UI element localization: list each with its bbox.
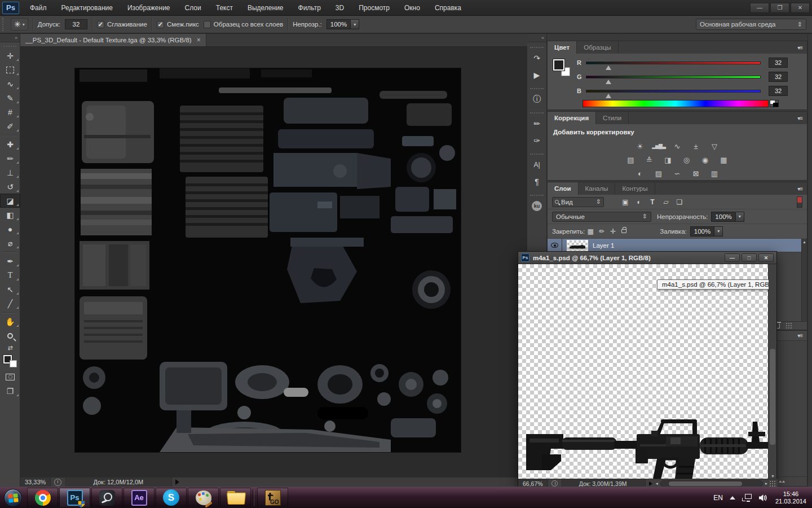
dodge-tool[interactable]: ⌀ bbox=[0, 236, 20, 250]
taskbar-paint-button[interactable] bbox=[188, 488, 219, 507]
foreground-background-swatches[interactable] bbox=[0, 353, 20, 370]
tab-channels[interactable]: Каналы bbox=[579, 182, 616, 195]
layer-filter-type-dropdown[interactable]: Вид ⇕ bbox=[552, 197, 604, 207]
hand-tool[interactable]: ✋ bbox=[0, 314, 20, 329]
blue-slider[interactable] bbox=[586, 90, 761, 93]
lasso-tool[interactable]: ∿ bbox=[0, 77, 20, 91]
invert-icon[interactable]: ◐ bbox=[633, 168, 647, 178]
menu-window[interactable]: Окно bbox=[397, 0, 427, 16]
panel-grip[interactable] bbox=[530, 85, 544, 89]
eyedropper-tool[interactable]: ✐ bbox=[0, 119, 20, 133]
tool-preset-picker[interactable]: ✳ ▾ bbox=[11, 18, 28, 30]
blue-value-field[interactable]: 32 bbox=[769, 86, 788, 96]
healing-brush-tool[interactable]: ✚ bbox=[0, 137, 20, 151]
panel-grip[interactable] bbox=[530, 151, 544, 155]
background-color-swatch[interactable] bbox=[10, 360, 17, 367]
red-slider[interactable] bbox=[586, 62, 761, 64]
taskbar-steam-button[interactable] bbox=[91, 488, 122, 507]
panel-grip[interactable] bbox=[530, 110, 544, 113]
brush-tool[interactable]: ✏ bbox=[0, 151, 20, 165]
start-button[interactable] bbox=[0, 487, 26, 508]
levels-icon[interactable]: ▂▅▇▃ bbox=[652, 141, 665, 151]
visibility-cell[interactable] bbox=[548, 239, 562, 252]
network-icon[interactable] bbox=[742, 494, 752, 502]
contiguous-checkbox[interactable]: ✓ Смеж.пикс bbox=[157, 21, 199, 28]
taskbar-after-effects-button[interactable]: Ae bbox=[123, 488, 155, 507]
tab-paths[interactable]: Контуры bbox=[615, 182, 655, 195]
floating-window-titlebar[interactable]: Ps m4a1_s.psd @ 66,7% (Layer 1, RGB/8) —… bbox=[518, 252, 776, 264]
taskbar-photoshop-button[interactable]: Ps bbox=[59, 488, 90, 507]
minimize-button[interactable]: — bbox=[750, 3, 769, 13]
type-tool[interactable]: T bbox=[0, 268, 20, 282]
sample-all-layers-checkbox[interactable]: Образец со всех слоев bbox=[204, 21, 283, 28]
zoom-tool[interactable] bbox=[0, 329, 20, 343]
tab-swatches[interactable]: Образцы bbox=[577, 41, 618, 54]
panel-grip[interactable] bbox=[530, 192, 544, 196]
panel-menu-icon[interactable]: ▾≡ bbox=[793, 115, 807, 121]
menu-filter[interactable]: Фильтр bbox=[291, 0, 328, 16]
filter-pixel-layers-icon[interactable]: ▣ bbox=[619, 198, 632, 206]
exposure-icon[interactable]: ± bbox=[689, 141, 703, 151]
channel-mixer-icon[interactable]: ◉ bbox=[699, 155, 712, 165]
document-tab[interactable]: __PS_3D_Default - Default Texture.tga @ … bbox=[20, 34, 206, 46]
zoom-level-field[interactable]: 33,33% bbox=[20, 478, 51, 487]
menu-help[interactable]: Справка bbox=[427, 0, 469, 16]
show-hidden-icons-button[interactable] bbox=[730, 496, 735, 500]
resize-grip-icon[interactable] bbox=[769, 480, 776, 487]
toolbar-grip[interactable] bbox=[3, 43, 16, 47]
color-balance-icon[interactable]: ≙ bbox=[643, 155, 656, 165]
menu-file[interactable]: Файл bbox=[23, 0, 54, 16]
curves-icon[interactable]: ∿ bbox=[670, 141, 684, 151]
line-tool[interactable]: ╱ bbox=[0, 296, 20, 310]
history-panel-icon[interactable]: ↷ bbox=[527, 50, 546, 67]
photo-filter-icon[interactable]: ◎ bbox=[680, 155, 694, 165]
close-button[interactable]: ✕ bbox=[758, 253, 774, 262]
paragraph-panel-icon[interactable]: ¶ bbox=[527, 173, 546, 190]
layers-scrollbar[interactable]: ▲ bbox=[801, 239, 807, 321]
brush-presets-panel-icon[interactable]: ✏ bbox=[527, 115, 546, 132]
eraser-tool-selected[interactable]: ◪ bbox=[0, 194, 20, 208]
taskbar-explorer-button[interactable] bbox=[220, 488, 251, 507]
lock-pixels-icon[interactable]: ✏ bbox=[596, 227, 607, 235]
move-tool[interactable]: ✛ bbox=[0, 49, 20, 63]
panel-grip[interactable] bbox=[530, 44, 544, 48]
threshold-icon[interactable]: ∽ bbox=[670, 168, 684, 178]
speaker-icon[interactable] bbox=[758, 494, 769, 502]
vibrance-icon[interactable]: ▽ bbox=[708, 141, 721, 151]
color-lookup-icon[interactable]: ▦ bbox=[717, 155, 731, 165]
scroll-down-icon[interactable]: ▼ bbox=[769, 474, 777, 478]
quick-selection-tool[interactable]: ✎ bbox=[0, 91, 20, 105]
fill-dropdown[interactable]: 100% ▾ bbox=[690, 226, 723, 237]
hue-saturation-icon[interactable]: ▤ bbox=[624, 155, 638, 165]
menu-view[interactable]: Просмотр bbox=[351, 0, 397, 16]
menu-type[interactable]: Текст bbox=[209, 0, 240, 16]
brightness-contrast-icon[interactable]: ☀ bbox=[633, 141, 647, 151]
restore-button[interactable]: ❐ bbox=[770, 3, 789, 13]
crop-tool[interactable]: # bbox=[0, 105, 20, 119]
actions-panel-icon[interactable]: ▶ bbox=[527, 67, 546, 84]
scrollbar-thumb[interactable] bbox=[669, 481, 742, 486]
language-indicator[interactable]: EN bbox=[713, 494, 723, 502]
brush-panel-icon[interactable]: ✑ bbox=[527, 132, 546, 149]
slider-thumb[interactable] bbox=[606, 80, 611, 84]
menu-edit[interactable]: Редактирование bbox=[54, 0, 120, 16]
taskbar-clock[interactable]: 15:46 21.03.2014 bbox=[775, 491, 806, 505]
quick-mask-button[interactable] bbox=[0, 370, 20, 384]
taskbar-chrome-button[interactable] bbox=[27, 488, 58, 507]
pen-tool[interactable]: ✒ bbox=[0, 254, 20, 268]
tab-styles[interactable]: Стили bbox=[596, 112, 629, 124]
color-spectrum-bar[interactable] bbox=[582, 100, 769, 107]
swap-colors-button[interactable]: ⇄ bbox=[0, 343, 20, 353]
history-brush-tool[interactable]: ↺ bbox=[0, 179, 20, 194]
clone-stamp-tool[interactable]: ⊥ bbox=[0, 165, 20, 179]
tab-color[interactable]: Цвет bbox=[548, 41, 577, 54]
slider-thumb[interactable] bbox=[606, 65, 611, 70]
filter-shape-layers-icon[interactable]: ▱ bbox=[659, 198, 673, 206]
foreground-color-swatch[interactable] bbox=[553, 59, 564, 71]
close-button[interactable]: ✕ bbox=[791, 3, 810, 13]
path-selection-tool[interactable]: ↖ bbox=[0, 282, 20, 296]
gradient-map-icon[interactable]: ⊠ bbox=[689, 168, 703, 178]
maximize-button[interactable]: □ bbox=[742, 253, 757, 262]
rectangular-marquee-tool[interactable] bbox=[0, 63, 20, 77]
layer-opacity-dropdown[interactable]: 100% ▾ bbox=[711, 212, 744, 222]
